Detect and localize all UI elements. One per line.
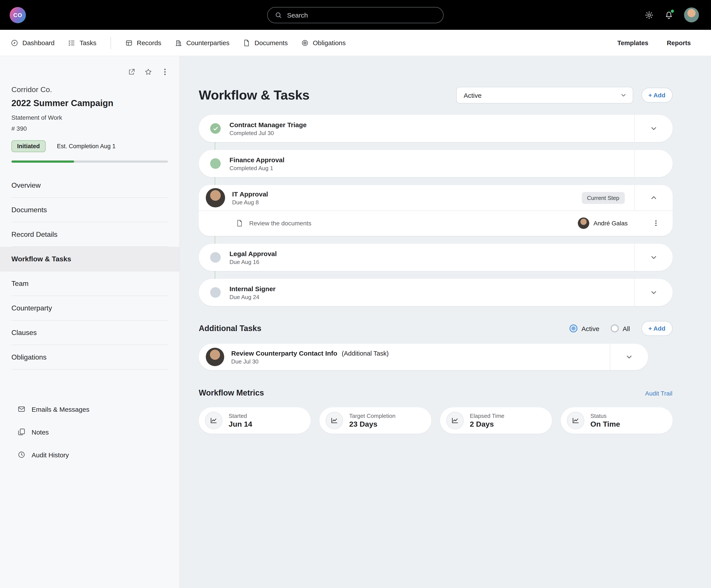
step-completed-dot [210,158,221,169]
sidebar-item-workflow-tasks[interactable]: Workflow & Tasks [0,247,179,271]
dropdown-selected-value: Active [464,91,481,99]
metric-texts: Started Jun 14 [229,412,252,429]
nav-label: Tasks [80,39,96,46]
step-title: Internal Signer [230,285,276,292]
sidebar-item-audit-history[interactable]: Audit History [0,443,179,466]
line-chart-icon [326,412,343,429]
metric-label: Status [590,412,620,419]
step-subtitle: Completed Aug 1 [230,165,284,171]
logo-text: CO [14,12,22,18]
step-collapse-toggle[interactable] [635,185,672,210]
nav-divider [110,37,111,49]
nav-item-dashboard[interactable]: Dashboard [10,39,55,47]
more-options-kebab-icon[interactable] [161,68,169,76]
record-number: # 390 [12,125,168,132]
add-task-button[interactable]: + Add [641,321,672,336]
chevron-down-icon [650,125,657,132]
sidebar-item-record-details[interactable]: Record Details [0,222,179,247]
settings-gear-icon[interactable] [644,10,653,20]
filter-radio-active[interactable]: Active [569,324,599,332]
nav-label: Documents [255,39,288,46]
step-subtitle: Due Aug 8 [232,199,268,205]
nav-link-reports[interactable]: Reports [667,39,691,46]
sidebar-footer-menu: Emails & Messages Notes Audit History [0,398,179,466]
documents-icon [243,39,251,47]
nav-label: Counterparties [186,39,230,46]
page-header: Workflow & Tasks Active + Add [199,87,672,104]
step-expand-toggle[interactable] [635,150,672,177]
step-card-right [634,244,672,271]
step-subtask-row[interactable]: Review the documents André Galas [199,210,672,235]
step-card-right [634,115,672,142]
history-clock-icon [18,451,25,459]
record-sidebar: Corridor Co. 2022 Summer Campaign Statem… [0,56,180,588]
counterparties-icon [174,39,182,47]
sidebar-item-obligations[interactable]: Obligations [0,345,179,370]
radio-button-all[interactable] [611,324,619,332]
footer-label: Emails & Messages [31,405,89,413]
chevron-down-icon [626,354,633,360]
step-subtitle: Completed Jul 30 [230,130,307,136]
step-title: Finance Approval [230,156,284,163]
record-title: 2022 Summer Campaign [12,98,168,108]
chevron-down-icon [650,289,657,296]
additional-tasks-title: Additional Tasks [199,324,261,333]
line-chart-icon [446,412,464,429]
status-row: Initiated Est. Completion Aug 1 [12,140,168,152]
search-icon [275,11,282,19]
metric-value: Jun 14 [229,420,252,429]
sidebar-item-counterparty[interactable]: Counterparty [0,296,179,320]
nav-item-obligations[interactable]: Obligations [301,39,346,47]
additional-tasks-header: Additional Tasks Active All + Add [199,321,672,336]
task-title: Review Counterparty Contact Info [231,349,337,357]
notifications-bell-icon[interactable] [664,10,673,20]
nav-item-tasks[interactable]: Tasks [68,39,96,47]
assignee-name: André Galas [594,220,628,227]
step-expand-toggle[interactable] [635,279,672,306]
step-expand-toggle[interactable] [635,115,672,142]
step-expand-toggle[interactable] [635,244,672,271]
sidebar-item-emails-messages[interactable]: Emails & Messages [0,398,179,421]
metrics-row: Started Jun 14 Target Completion 23 Days [199,407,672,434]
additional-task-card: Review Counterparty Contact Info (Additi… [199,344,648,370]
subtask-options-kebab-icon[interactable] [652,220,659,227]
user-avatar[interactable] [684,7,699,22]
sidebar-actions [0,56,179,76]
workflow-step-contract-manager-triage: Contract Manager Triage Completed Jul 30 [199,115,672,142]
sidebar-item-notes[interactable]: Notes [0,421,179,443]
step-title: IT Approval [232,190,268,198]
nav-item-counterparties[interactable]: Counterparties [174,39,230,47]
star-icon[interactable] [144,68,152,76]
nav-link-templates[interactable]: Templates [617,39,648,46]
step-title: Contract Manager Triage [230,121,307,128]
radio-button-active[interactable] [569,324,577,332]
nav-left: Dashboard Tasks Records Counterparties D… [10,37,346,49]
step-texts: Finance Approval Completed Aug 1 [230,156,284,171]
subtask-label: Review the documents [249,220,311,227]
status-badge: Initiated [12,140,46,152]
app-logo[interactable]: CO [10,7,26,23]
add-step-button[interactable]: + Add [641,88,672,103]
sidebar-item-documents[interactable]: Documents [0,198,179,222]
nav-item-documents[interactable]: Documents [243,39,288,47]
audit-trail-link[interactable]: Audit Trail [645,390,673,397]
task-expand-toggle[interactable] [610,344,648,370]
record-type: Statement of Work [12,114,168,121]
metric-label: Elapsed Time [470,412,504,419]
step-subtitle: Due Aug 16 [230,258,277,265]
sidebar-item-team[interactable]: Team [0,271,179,296]
workflow-filter-dropdown[interactable]: Active [456,87,633,104]
nav-label: Dashboard [22,39,55,46]
nav-item-records[interactable]: Records [125,39,161,47]
search-bar[interactable]: Search [267,7,444,23]
metric-value: 2 Days [470,420,504,429]
page-title: Workflow & Tasks [199,88,309,103]
sidebar-item-overview[interactable]: Overview [0,173,179,198]
sidebar-item-clauses[interactable]: Clauses [0,320,179,345]
tasks-icon [68,39,76,47]
step-texts: IT Approval Due Aug 8 [232,190,268,205]
step-card-right [634,150,672,177]
workflow-metrics-title: Workflow Metrics [199,388,264,398]
share-icon[interactable] [128,68,135,76]
filter-radio-all[interactable]: All [611,324,630,332]
